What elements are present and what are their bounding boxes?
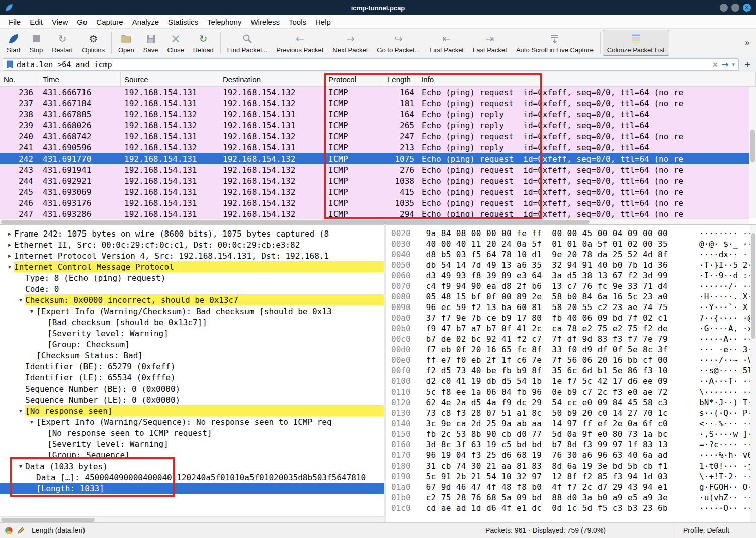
packet-list-horizontal-scrollbar[interactable]	[0, 218, 749, 224]
column-header-destination[interactable]: Destination	[219, 72, 325, 86]
menu-tools[interactable]: Tools	[284, 16, 311, 28]
scrollbar-thumb[interactable]	[1, 518, 95, 522]
hex-row[interactable]: 00b0f9 47 b7 a7 b7 0f 41 2c ca 78 e2 75 …	[391, 324, 756, 334]
menu-edit[interactable]: Edit	[25, 16, 47, 28]
toolbar-options-button[interactable]: ⚙Options	[77, 30, 109, 56]
toolbar-stop-button[interactable]: Stop	[25, 30, 47, 56]
close-window-button[interactable]: ×	[743, 4, 751, 12]
hex-row[interactable]: 0150fb 2c 53 8b 90 cb d0 77 5d 0a 9f e0 …	[391, 429, 756, 440]
add-filter-button-icon[interactable]: +	[741, 60, 753, 70]
menu-go[interactable]: Go	[72, 16, 92, 28]
hex-row[interactable]: 0050db 54 14 7d 49 13 a6 35 32 94 91 40 …	[391, 260, 756, 271]
expander-icon[interactable]: ▸	[5, 252, 14, 259]
hex-row[interactable]: 01905c 91 2b 21 54 10 32 97 12 8f f2 85 …	[391, 472, 756, 482]
packet-row[interactable]: 237431.667184192.168.154.131192.168.154.…	[0, 98, 749, 109]
packet-row[interactable]: 236431.666716192.168.154.131192.168.154.…	[0, 87, 749, 98]
detail-line[interactable]: [Length: 1033]	[0, 483, 384, 494]
hex-row[interactable]: 00f0f2 d5 73 40 be fb b9 8f 35 6c 6d b1 …	[391, 366, 756, 376]
menu-analyze[interactable]: Analyze	[128, 16, 163, 28]
detail-line[interactable]: [Group: Checksum]	[0, 339, 384, 350]
maximize-button[interactable]	[731, 4, 739, 12]
toolbar-next-packet-button[interactable]: →Next Packet	[328, 30, 372, 56]
expander-icon[interactable]: ▸	[5, 241, 14, 248]
toolbar-overflow-chevron[interactable]: »	[741, 38, 754, 48]
packet-row[interactable]: 245431.693069192.168.154.131192.168.154.…	[0, 186, 749, 197]
packet-row[interactable]: 242431.691770192.168.154.131192.168.154.…	[0, 153, 749, 164]
hex-row[interactable]: 013073 c8 f3 28 07 51 a1 8c 50 b9 20 c0 …	[391, 408, 756, 419]
column-header-protocol[interactable]: Protocol	[325, 72, 384, 86]
scrollbar-thumb[interactable]	[751, 233, 755, 339]
expander-icon[interactable]: ▾	[5, 263, 14, 270]
toolbar-open-button[interactable]: Open	[114, 30, 139, 56]
hex-row[interactable]: 009096 ec 59 f2 13 ba 60 81 58 20 55 c2 …	[391, 302, 756, 313]
detail-line[interactable]: [Bad checksum [should be 0x13c7]]	[0, 317, 384, 328]
toolbar-first-packet-button[interactable]: ⇤First Packet	[425, 30, 468, 56]
column-header-time[interactable]: Time	[39, 72, 121, 86]
clear-filter-icon[interactable]: ×	[713, 60, 718, 69]
detail-line[interactable]: ▸Internet Protocol Version 4, Src: 192.1…	[0, 250, 384, 261]
packet-row[interactable]: 239431.668026192.168.154.132192.168.154.…	[0, 120, 749, 131]
menu-telephony[interactable]: Telephony	[203, 16, 246, 28]
toolbar-find-packet-button[interactable]: Find Packet...	[223, 30, 272, 56]
detail-line[interactable]: ▸Frame 242: 1075 bytes on wire (8600 bit…	[0, 228, 384, 239]
packet-row[interactable]: 243431.691941192.168.154.131192.168.154.…	[0, 164, 749, 175]
menu-wireless[interactable]: Wireless	[246, 16, 284, 28]
hex-row[interactable]: 018031 cb 74 30 21 aa 81 83 8d 6a 19 3e …	[391, 461, 756, 472]
packet-row[interactable]: 238431.667885192.168.154.132192.168.154.…	[0, 109, 749, 120]
column-header-source[interactable]: Source	[121, 72, 219, 86]
toolbar-close-button[interactable]: ×Close	[162, 30, 188, 56]
hex-row[interactable]: 01c0cd ae ad 1d d6 4f e1 dc 0d 1c 5d f5 …	[391, 503, 756, 514]
scrollbar-thumb[interactable]	[750, 130, 755, 162]
toolbar-save-button[interactable]: Save	[139, 30, 163, 56]
packet-row[interactable]: 246431.693176192.168.154.131192.168.154.…	[0, 197, 749, 208]
expander-icon[interactable]: ▾	[27, 418, 36, 425]
hex-row[interactable]: 0070c4 f9 94 90 ea d8 2f b6 13 c7 76 fc …	[391, 281, 756, 292]
packet-list-vertical-scrollbar[interactable]	[749, 87, 756, 218]
hex-row[interactable]: 01a067 9d 46 47 4f 48 f8 b0 4f f7 2c d7 …	[391, 482, 756, 493]
packet-row[interactable]: 244431.692921192.168.154.131192.168.154.…	[0, 175, 749, 186]
toolbar-restart-button[interactable]: ↻Restart	[47, 30, 77, 56]
detail-line[interactable]: Sequence Number (BE): 0 (0x0000)	[0, 383, 384, 394]
hex-row[interactable]: 00d0f7 eb 0f 20 16 65 fc 8f 33 f0 d9 df …	[391, 345, 756, 355]
hex-row[interactable]: 003040 00 40 11 20 24 0a 5f 01 01 0a 5f …	[391, 239, 756, 250]
expander-icon[interactable]: ▾	[16, 463, 25, 470]
detail-line[interactable]: ▾[No response seen]	[0, 405, 384, 416]
menu-help[interactable]: Help	[311, 16, 335, 28]
detail-line[interactable]: Identifier (BE): 65279 (0xfeff)	[0, 361, 384, 372]
column-header-no[interactable]: No.	[0, 72, 39, 86]
hex-row[interactable]: 01b0c2 75 28 76 68 5a 09 bd 88 d0 3a b0 …	[391, 493, 756, 503]
detail-line[interactable]: Data […]: 4500040900004000401120240a5f01…	[0, 472, 384, 483]
hex-row[interactable]: 008005 48 15 bf 0f 00 89 2e 58 b0 84 6a …	[391, 292, 756, 302]
menu-view[interactable]: View	[47, 16, 72, 28]
detail-line[interactable]: ▾Data (1033 bytes)	[0, 460, 384, 472]
detail-line[interactable]: Code: 0	[0, 283, 384, 294]
apply-filter-icon[interactable]: →	[721, 60, 728, 69]
expander-icon[interactable]: ▾	[16, 296, 25, 303]
display-filter-input[interactable]	[17, 60, 709, 69]
column-header-info[interactable]: Info	[417, 72, 756, 86]
bytes-vertical-scrollbar[interactable]	[750, 225, 756, 522]
packet-row[interactable]: 247431.693286192.168.154.131192.168.154.…	[0, 208, 749, 218]
expander-icon[interactable]: ▸	[5, 230, 14, 237]
filter-dropdown-icon[interactable]: ▾	[732, 61, 735, 68]
hex-row[interactable]: 01105c f8 ee 1a 06 04 fb 96 0e b9 c7 2c …	[391, 387, 756, 398]
menu-file[interactable]: File	[4, 16, 25, 28]
detail-line[interactable]: ▾Checksum: 0x0000 incorrect, should be 0…	[0, 294, 384, 305]
detail-line[interactable]: [Severity level: Warning]	[0, 328, 384, 339]
details-horizontal-scrollbar[interactable]	[0, 516, 384, 522]
toolbar-reload-button[interactable]: ↻Reload	[189, 30, 218, 56]
minimize-button[interactable]	[720, 4, 728, 12]
capture-comment-icon[interactable]	[17, 526, 25, 534]
expert-info-icon[interactable]	[5, 527, 13, 534]
detail-line[interactable]: [Severity level: Warning]	[0, 438, 384, 449]
toolbar-start-button[interactable]: Start	[2, 30, 25, 56]
detail-line[interactable]: Identifier (LE): 65534 (0xfffe)	[0, 372, 384, 383]
expander-icon[interactable]: ▾	[16, 407, 25, 414]
detail-line[interactable]: ▾[Expert Info (Warning/Checksum): Bad ch…	[0, 305, 384, 317]
menu-capture[interactable]: Capture	[92, 16, 127, 28]
toolbar-colorize-packet-list-button[interactable]: Colorize Packet List	[603, 30, 669, 56]
detail-line[interactable]: Type: 8 (Echo (ping) request)	[0, 272, 384, 283]
toolbar-auto-scroll-in-live-capture-button[interactable]: Auto Scroll in Live Capture	[512, 30, 598, 56]
toolbar-go-to-packet-button[interactable]: ↪Go to Packet...	[372, 30, 425, 56]
detail-line[interactable]: ▾Internet Control Message Protocol	[0, 261, 384, 272]
